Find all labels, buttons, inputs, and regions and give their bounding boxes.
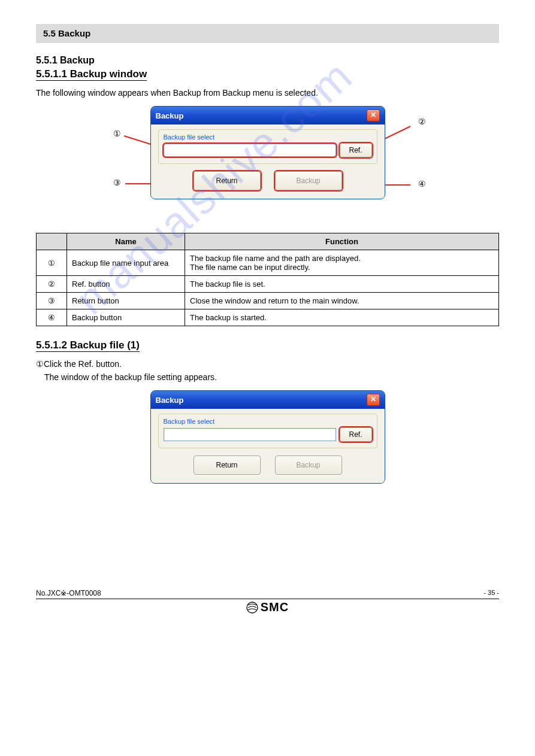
callout-4: ④ xyxy=(418,179,426,189)
callout-2: ② xyxy=(418,117,426,126)
backup-button[interactable]: Backup xyxy=(275,171,342,190)
step1-paragraph: ①Click the Ref. button. xyxy=(36,359,499,369)
cell-name: Backup file name input area xyxy=(67,250,185,276)
return-button[interactable]: Return xyxy=(194,171,261,190)
backup-file-input[interactable] xyxy=(164,144,336,157)
cell-func: The backup is started. xyxy=(185,309,499,326)
cell-func: Close the window and return to the main … xyxy=(185,293,499,309)
ref-button[interactable]: Ref. xyxy=(340,143,372,157)
smc-logo-text: SMC xyxy=(261,600,289,614)
cell-idx: ② xyxy=(37,276,67,293)
callout-1: ① xyxy=(113,129,121,138)
th-blank xyxy=(37,233,67,250)
cell-name: Backup button xyxy=(67,309,185,326)
table-row: ① Backup file name input area The backup… xyxy=(37,250,499,276)
smc-logo: SMC xyxy=(246,600,289,614)
smc-logo-icon xyxy=(246,602,258,614)
th-name: Name xyxy=(67,233,185,250)
description-table: Name Function ① Backup file name input a… xyxy=(36,233,499,326)
page-footer: No.JXC※-OMT0008 - 35 - SMC xyxy=(36,588,499,615)
title-5-5-1-2: 5.5.1.2 Backup file (1) xyxy=(36,339,140,352)
cell-name: Ref. button xyxy=(67,276,185,293)
title-5-5-1: 5.5.1 Backup xyxy=(36,55,499,66)
dialog-title: Backup xyxy=(156,396,184,405)
title-5-5-1-1: 5.5.1.1 Backup window xyxy=(36,68,147,81)
section-header: 5.5 Backup xyxy=(36,24,499,43)
backup-dialog-annotated: Backup ✕ Backup file select Ref. Return … xyxy=(150,106,385,199)
close-icon[interactable]: ✕ xyxy=(367,394,380,406)
ref-button[interactable]: Ref. xyxy=(340,427,372,442)
pg-prefix: - xyxy=(483,589,488,596)
table-row: ③ Return button Close the window and ret… xyxy=(37,293,499,309)
table-row: ② Ref. button The backup file is set. xyxy=(37,276,499,293)
close-icon[interactable]: ✕ xyxy=(367,110,380,122)
backup-button[interactable]: Backup xyxy=(275,456,342,475)
table-row: ④ Backup button The backup is started. xyxy=(37,309,499,326)
callout-3: ③ xyxy=(113,178,121,187)
cell-func: The backup file is set. xyxy=(185,276,499,293)
backup-dialog-step: Backup ✕ Backup file select Ref. Return … xyxy=(150,390,385,484)
pg-num: 35 xyxy=(488,589,495,596)
doc-number: No.JXC※-OMT0008 xyxy=(36,589,101,597)
dialog-title: Backup xyxy=(156,111,184,120)
step1-sub-paragraph: The window of the backup file setting ap… xyxy=(44,372,499,382)
cell-func: The backup file name and the path are di… xyxy=(185,250,499,276)
backup-file-input[interactable] xyxy=(164,428,336,441)
intro-paragraph: The following window appears when Backup… xyxy=(36,88,499,98)
th-function: Function xyxy=(185,233,499,250)
cell-idx: ① xyxy=(37,250,67,276)
fieldset-label: Backup file select xyxy=(164,418,372,425)
cell-idx: ④ xyxy=(37,309,67,326)
return-button[interactable]: Return xyxy=(194,456,261,475)
pg-suffix: - xyxy=(495,589,499,596)
fieldset-label: Backup file select xyxy=(164,133,372,141)
cell-idx: ③ xyxy=(37,293,67,309)
cell-name: Return button xyxy=(67,293,185,309)
